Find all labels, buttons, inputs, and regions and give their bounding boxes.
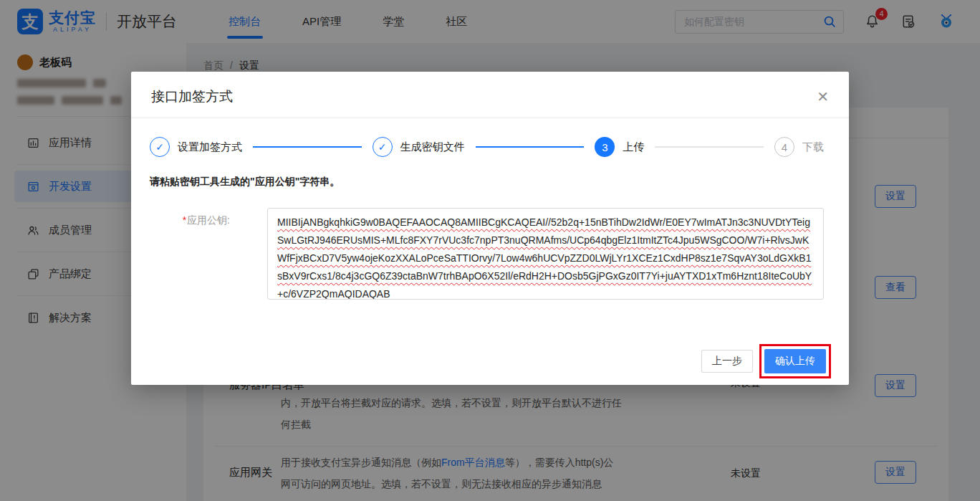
step-upload: 3 上传 (595, 137, 644, 157)
step-number: 3 (595, 137, 615, 157)
instruction-text: 请粘贴密钥工具生成的"应用公钥"字符串。 (150, 176, 824, 189)
step-download: 4 下载 (774, 137, 824, 157)
public-key-value: MIIBIjANBgkqhkiG9w0BAQEFAAOCAQ8AMIIBCgKC… (277, 216, 812, 300)
step-label: 下载 (802, 140, 824, 154)
step-connector (655, 146, 764, 148)
modal-header: 接口加签方式 ✕ (131, 72, 849, 106)
public-key-form-row: *应用公钥: MIIBIjANBgkqhkiG9w0BAQEFAAOCAQ8AM… (150, 208, 824, 300)
step-check-icon: ✓ (373, 137, 393, 157)
public-key-label: *应用公钥: (150, 208, 230, 300)
modal-footer: 上一步 确认上传 (131, 349, 849, 373)
public-key-textarea[interactable]: MIIBIjANBgkqhkiG9w0BAQEFAAOCAQ8AMIIBCgKC… (267, 208, 824, 300)
modal-body: ✓ 设置加签方式 ✓ 生成密钥文件 3 上传 4 下载 (131, 118, 849, 300)
step-label: 上传 (623, 140, 644, 154)
step-connector (253, 146, 362, 148)
page: 支 支付宝 ALIPAY 开放平台 控制台 API管理 学堂 社区 4 (0, 0, 980, 501)
step-label: 设置加签方式 (178, 140, 242, 154)
step-connector (476, 146, 585, 148)
required-mark: * (183, 214, 186, 226)
step-generate-key-file: ✓ 生成密钥文件 (373, 137, 465, 157)
previous-step-button[interactable]: 上一步 (701, 350, 753, 373)
confirm-upload-wrap: 确认上传 (764, 349, 826, 373)
field-label-text: 应用公钥: (187, 214, 230, 226)
step-set-signing-method: ✓ 设置加签方式 (150, 137, 242, 157)
step-check-icon: ✓ (150, 137, 170, 157)
signing-method-modal: 接口加签方式 ✕ ✓ 设置加签方式 ✓ 生成密钥文件 3 上传 (131, 72, 849, 385)
stepper: ✓ 设置加签方式 ✓ 生成密钥文件 3 上传 4 下载 (150, 137, 824, 157)
confirm-upload-button[interactable]: 确认上传 (764, 349, 826, 373)
close-icon[interactable]: ✕ (817, 90, 829, 104)
step-number: 4 (774, 137, 794, 157)
step-label: 生成密钥文件 (400, 140, 465, 154)
modal-title: 接口加签方式 (151, 87, 233, 106)
